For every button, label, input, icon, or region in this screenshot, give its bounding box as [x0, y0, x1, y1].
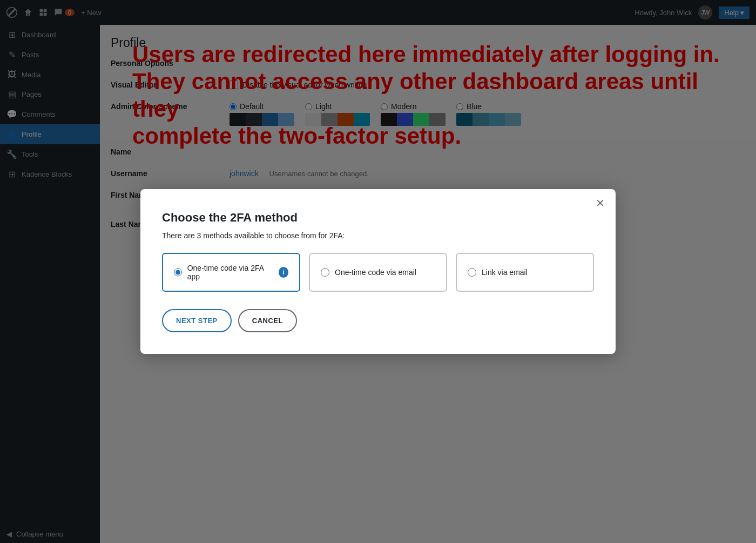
method-email-link-label: Link via email [482, 268, 528, 277]
modal-overlay[interactable]: ✕ Choose the 2FA method There are 3 meth… [0, 0, 756, 543]
method-email-code-radio[interactable] [321, 268, 329, 277]
method-app-radio[interactable] [174, 268, 182, 277]
method-email-code-label: One-time code via email [335, 268, 416, 277]
next-step-button[interactable]: NEXT STEP [162, 309, 232, 332]
modal-actions: NEXT STEP CANCEL [162, 309, 594, 332]
method-email-link[interactable]: Link via email [456, 253, 594, 292]
method-email-link-radio[interactable] [468, 268, 476, 277]
modal-description: There are 3 methods available to choose … [162, 231, 594, 240]
method-email-code[interactable]: One-time code via email [309, 253, 447, 292]
method-app[interactable]: One-time code via 2FA app i [162, 253, 300, 292]
twofa-modal: ✕ Choose the 2FA method There are 3 meth… [140, 189, 616, 354]
modal-close-button[interactable]: ✕ [596, 198, 605, 209]
info-badge: i [279, 267, 288, 278]
modal-title: Choose the 2FA method [162, 211, 594, 225]
method-options: One-time code via 2FA app i One-time cod… [162, 253, 594, 292]
method-app-label: One-time code via 2FA app [187, 264, 271, 281]
cancel-button[interactable]: CANCEL [238, 309, 297, 332]
